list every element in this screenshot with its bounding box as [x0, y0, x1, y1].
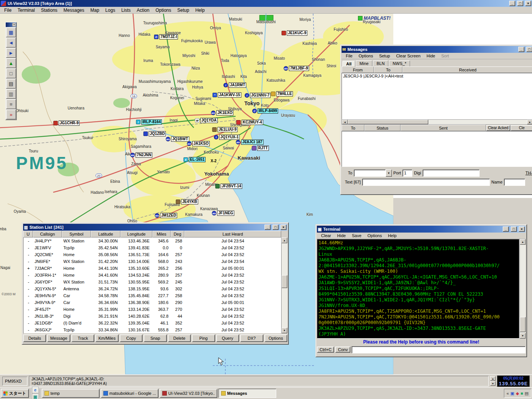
column-header[interactable]: To — [342, 125, 364, 131]
station-list-button[interactable]: Ping — [192, 334, 215, 342]
table-row[interactable]: -JN1LIB-3* Digi36.21.91N 140.28.62E62.8 … — [24, 313, 281, 320]
menu-item[interactable]: Terminal — [15, 7, 37, 13]
column-header[interactable]: Deg — [171, 231, 184, 238]
digi-input[interactable] — [423, 169, 480, 177]
message-tab[interactable]: All — [342, 61, 355, 67]
tray-icon[interactable]: ◆ — [516, 391, 519, 396]
menu-item[interactable]: Map — [88, 7, 102, 13]
scroll-down-icon[interactable]: ▼ — [520, 333, 526, 339]
menu-item[interactable]: Action — [134, 7, 152, 13]
map-station[interactable]: W JQ1YDA — [195, 118, 218, 123]
map-station[interactable]: KC2MUY-4 — [236, 120, 263, 125]
scroll-thumb[interactable] — [348, 120, 428, 124]
table-row[interactable]: -JE9HVN-9* Car34.58.78N 135.45.84E227.7 … — [24, 292, 281, 299]
select-area-icon[interactable]: □ — [6, 68, 16, 78]
horizontal-scrollbar[interactable]: ◄ ► — [342, 119, 532, 125]
close-button[interactable]: × — [519, 226, 525, 232]
clear-acked-button[interactable]: Clear Acked — [486, 125, 510, 131]
station-list-button[interactable]: Details — [23, 334, 46, 342]
menu-item[interactable]: Setup — [377, 53, 393, 59]
menu-item[interactable]: Lists — [119, 7, 133, 13]
column-header[interactable]: Miles — [152, 231, 171, 238]
scroll-up-icon[interactable]: ▲ — [520, 239, 526, 245]
menu-item[interactable]: File — [2, 7, 14, 13]
tray-icon[interactable]: ▣ — [510, 391, 514, 396]
scroll-left-icon[interactable]: ◄ — [342, 120, 348, 124]
menu-item[interactable]: File — [343, 53, 355, 59]
task-button[interactable]: UI-View32 V2.03 [Tokyo... — [160, 389, 217, 398]
station-list-button[interactable]: Query — [216, 334, 239, 342]
table-row[interactable]: -JG6YDF* WX Station31.51.73N 130.55.95E5… — [24, 279, 281, 285]
print-icon[interactable]: ▤ — [6, 79, 16, 89]
received-messages-list[interactable]: JE9CRJ-9 |JE9CRJ-9 |<AH>test — [342, 73, 532, 119]
maximize-button[interactable]: □ — [526, 47, 532, 52]
table-row[interactable]: -JE1WFV Tcp/ip35.42.54N 139.41.83E0.0 0J… — [24, 244, 281, 251]
scroll-down-icon[interactable]: ▼ — [490, 381, 496, 386]
map-station[interactable]: wx JA1KSO — [187, 141, 210, 146]
port-input[interactable] — [402, 169, 412, 177]
table-row[interactable]: -JQ1YXN-5* Antenna36.24.72N 138.15.95E93… — [24, 285, 281, 292]
menu-item[interactable]: Options — [365, 233, 385, 238]
column-header[interactable]: Status — [364, 125, 401, 131]
map-station[interactable]: I JG1NNV-7 — [245, 93, 271, 98]
map-toolbar-titlebar[interactable]: × — [6, 22, 16, 27]
scroll-down-icon[interactable]: ▼ — [282, 328, 287, 333]
table-row[interactable]: -JH9VYA-9* Car36.34.65N 136.38.90E180.6 … — [24, 299, 281, 306]
back-icon[interactable]: ◄ — [6, 38, 16, 48]
map-station[interactable]: 7M4LLE — [271, 91, 293, 97]
map-station[interactable]: wx JQ1BWT — [166, 136, 189, 142]
menu-item[interactable]: Hide — [334, 233, 348, 238]
name-input[interactable] — [504, 179, 525, 186]
map-station[interactable]: X-2 — [210, 159, 217, 163]
menu-item[interactable]: Logs — [103, 7, 118, 13]
message-tab[interactable]: Mine — [356, 60, 372, 66]
column-header[interactable]: Received — [402, 66, 532, 73]
menu-item[interactable]: Options — [153, 7, 174, 13]
close-button[interactable]: × — [280, 225, 287, 230]
menu-item[interactable]: Help — [385, 233, 399, 238]
menu-item[interactable]: Save — [349, 233, 364, 238]
column-header[interactable]: From — [342, 66, 374, 73]
vertical-scrollbar[interactable]: ▲ ▼ — [519, 239, 526, 339]
conv-button[interactable]: Conv — [335, 347, 350, 353]
column-header[interactable]: Symbol — [62, 231, 91, 238]
menu-item[interactable]: Clear — [318, 233, 334, 238]
menu-item[interactable]: Sort — [439, 53, 451, 59]
map-station[interactable]: RJTT — [252, 146, 269, 151]
table-row[interactable]: -JN6IFE* WX Station31.42.20N 130.14.00E5… — [24, 258, 281, 265]
map-station[interactable]: wx JM1ZED — [155, 213, 177, 218]
forward-icon[interactable]: ► — [6, 48, 16, 58]
to-combobox[interactable]: ▼ — [354, 169, 392, 177]
task-button[interactable]: temp — [42, 389, 100, 398]
vertical-scrollbar[interactable]: ▲ ▼ — [281, 238, 287, 333]
message-text-input[interactable] — [362, 179, 490, 186]
station-list-button[interactable]: DX? — [240, 334, 263, 342]
station-list-button[interactable]: Options — [264, 334, 287, 342]
start-button[interactable]: スタート — [1, 389, 29, 398]
table-row[interactable]: +7J3ACR* Home34.41.10N 135.10.60E265.2 2… — [24, 265, 281, 272]
chevron-down-icon[interactable]: ▼ — [386, 169, 392, 177]
menu-item[interactable]: Messages — [61, 7, 87, 13]
station-list-titlebar[interactable]: ▥ Station List [241] _ □ × — [23, 224, 287, 231]
toolbar-close-icon[interactable]: × — [12, 23, 16, 27]
map-station[interactable]: wx JK1EXO — [211, 110, 233, 116]
map-select-icon[interactable]: ▦ — [6, 27, 16, 37]
scroll-thumb[interactable] — [282, 275, 287, 288]
table-row[interactable]: -JK6GXJ* Tcp/ip33.34.86N 130.16.67E555.8… — [24, 326, 281, 333]
map-station[interactable]: wx 7M1JBF-9 — [283, 66, 309, 71]
table-row[interactable]: -JH4LPY* WX Station34.30.00N 133.46.36E3… — [24, 238, 281, 244]
minimize-button[interactable]: _ — [503, 226, 509, 232]
map-station[interactable]: JG1CHR-9 — [53, 120, 79, 126]
map-station[interactable]: JF2BVT-14 — [215, 184, 242, 189]
minimize-button[interactable]: _ — [509, 1, 515, 6]
column-header[interactable]: Latitude — [91, 231, 120, 238]
message-tab[interactable]: NWS_* — [389, 60, 410, 66]
scroll-up-icon[interactable]: ▲ — [490, 376, 496, 381]
messages-titlebar[interactable]: ✉ Messages _ □ — [342, 46, 532, 53]
track-icon[interactable]: » — [6, 109, 16, 119]
scroll-thumb[interactable] — [520, 317, 526, 332]
column-header[interactable]: U — [23, 231, 33, 238]
menu-item[interactable]: Help — [193, 7, 207, 13]
map-station[interactable]: wx 7N2JNN — [130, 152, 152, 158]
map-station[interactable]: E EL-1651 — [184, 157, 206, 162]
